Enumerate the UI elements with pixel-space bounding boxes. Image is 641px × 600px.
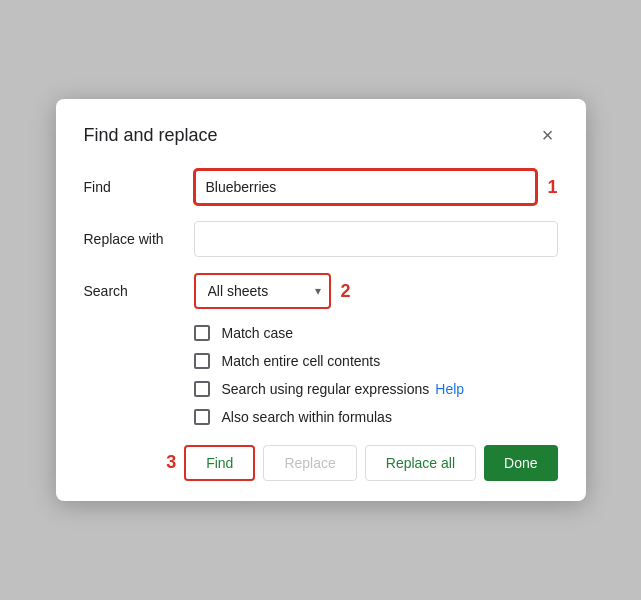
annotation-3: 3 <box>166 452 176 473</box>
find-label: Find <box>84 179 194 195</box>
replace-label: Replace with <box>84 231 194 247</box>
dialog-header: Find and replace × <box>84 123 558 147</box>
find-replace-dialog: Find and replace × Find 1 Replace with S… <box>56 99 586 501</box>
annotation-3-wrapper: 3 Find <box>184 445 255 481</box>
find-button[interactable]: Find <box>184 445 255 481</box>
formulas-row: Also search within formulas <box>194 409 558 425</box>
match-entire-label: Match entire cell contents <box>222 353 381 369</box>
search-dropdown-wrapper: All sheets This sheet Specific range ▾ <box>194 273 331 309</box>
replace-row: Replace with <box>84 221 558 257</box>
dialog-footer: 3 Find Replace Replace all Done <box>84 445 558 481</box>
replace-button[interactable]: Replace <box>263 445 356 481</box>
annotation-1: 1 <box>547 178 557 196</box>
find-input[interactable] <box>194 169 538 205</box>
search-dropdown[interactable]: All sheets This sheet Specific range <box>194 273 331 309</box>
regex-checkbox[interactable] <box>194 381 210 397</box>
help-link[interactable]: Help <box>435 381 464 397</box>
formulas-checkbox[interactable] <box>194 409 210 425</box>
match-case-checkbox[interactable] <box>194 325 210 341</box>
regex-row: Search using regular expressions Help <box>194 381 558 397</box>
replace-input[interactable] <box>194 221 558 257</box>
dialog-title: Find and replace <box>84 125 218 146</box>
search-label: Search <box>84 283 194 299</box>
match-entire-checkbox[interactable] <box>194 353 210 369</box>
checkboxes-section: Match case Match entire cell contents Se… <box>194 325 558 425</box>
annotation-2: 2 <box>341 282 351 300</box>
done-button[interactable]: Done <box>484 445 557 481</box>
match-case-label: Match case <box>222 325 294 341</box>
regex-label: Search using regular expressions <box>222 381 430 397</box>
dialog-overlay: Find and replace × Find 1 Replace with S… <box>0 0 641 600</box>
match-entire-row: Match entire cell contents <box>194 353 558 369</box>
close-button[interactable]: × <box>538 123 558 147</box>
search-row: Search All sheets This sheet Specific ra… <box>84 273 558 309</box>
replace-all-button[interactable]: Replace all <box>365 445 476 481</box>
find-row: Find 1 <box>84 169 558 205</box>
formulas-label: Also search within formulas <box>222 409 392 425</box>
match-case-row: Match case <box>194 325 558 341</box>
